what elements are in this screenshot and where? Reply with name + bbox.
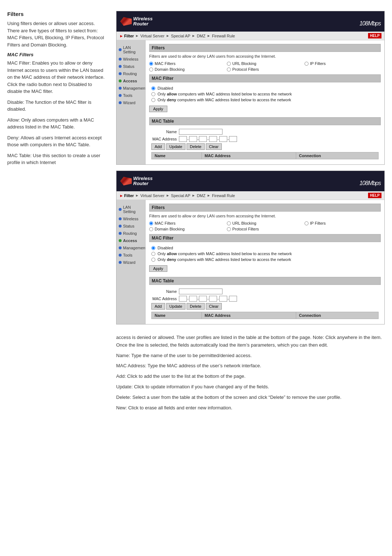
- bottom-text-1: access is denied or allowed. The user pr…: [116, 334, 385, 349]
- filter-domain-radio-b[interactable]: [149, 227, 153, 231]
- nav-item-virtual-server-bottom[interactable]: Virtual Server: [140, 193, 164, 198]
- apply-button-top[interactable]: Apply: [149, 106, 167, 112]
- mac-b-sep-1: -: [187, 297, 189, 301]
- sidebar-item-lan[interactable]: LAN Setting: [117, 44, 145, 56]
- sidebar-item-routing[interactable]: Routing: [117, 70, 145, 77]
- mac-data-table-top: Name MAC Address Connection: [151, 152, 379, 159]
- router-logo-text-bottom: Wireless Router: [133, 176, 152, 187]
- mac-seg-1[interactable]: [179, 136, 187, 142]
- mac-disabled-radio-b[interactable]: [151, 246, 155, 250]
- mac-allow-radio-b[interactable]: [151, 252, 155, 256]
- mac-seg-4[interactable]: [209, 136, 217, 142]
- mac-deny-radio[interactable]: [151, 98, 155, 102]
- mac-b-seg-6[interactable]: [229, 296, 237, 302]
- sidebar-item-tools-b[interactable]: Tools: [117, 252, 145, 259]
- nav-sep-b3: ►: [192, 193, 195, 197]
- update-button-top[interactable]: Update: [166, 143, 185, 150]
- sidebar-item-access-b[interactable]: Access: [117, 237, 145, 244]
- filter-domain-radio[interactable]: [149, 68, 153, 71]
- mac-seg-6[interactable]: [229, 136, 237, 142]
- sidebar-label-status: Status: [123, 64, 134, 69]
- bottom-text-2: Name: Type the name of the user to be pe…: [116, 352, 385, 360]
- nav-item-dmz[interactable]: DMZ: [197, 34, 205, 38]
- filter-protocol-radio-b[interactable]: [227, 227, 231, 231]
- mac-disabled-radio[interactable]: [151, 86, 155, 90]
- add-button-top[interactable]: Add: [151, 143, 165, 150]
- mac-seg-5[interactable]: [219, 136, 227, 142]
- filter-protocol-radio[interactable]: [227, 68, 231, 71]
- nav-item-special-ap[interactable]: Special AP: [171, 34, 190, 38]
- filter-domain-label-b: Domain Blocking: [155, 227, 185, 231]
- sidebar-label-lan: LAN Setting: [123, 45, 143, 54]
- mac-b-sep-5: -: [228, 297, 229, 301]
- filter-mac-b: MAC Filters: [149, 221, 225, 225]
- mac-b-seg-5[interactable]: [219, 296, 227, 302]
- clear-button-top[interactable]: Clear: [206, 143, 222, 150]
- mac-opt-allow: Only allow computers with MAC address li…: [151, 92, 379, 96]
- sidebar-label-wireless-b: Wireless: [123, 217, 138, 221]
- filter-url-radio[interactable]: [227, 62, 231, 66]
- nav-item-firewall-bottom[interactable]: Firewall Rule: [212, 193, 235, 198]
- filter-options-b: MAC Filters URL Blocking IP Filters: [149, 221, 381, 231]
- mac-b-seg-1[interactable]: [179, 296, 187, 302]
- nav-item-filter[interactable]: ► Filter: [119, 34, 134, 38]
- nav-item-special-ap-bottom[interactable]: Special AP: [171, 193, 190, 198]
- filter-url-radio-b[interactable]: [227, 221, 231, 225]
- sidebar-item-tools[interactable]: Tools: [117, 92, 145, 99]
- filter-ip-radio[interactable]: [305, 62, 309, 66]
- sidebar-label-wireless: Wireless: [123, 57, 138, 61]
- sidebar-label-routing-b: Routing: [123, 231, 137, 236]
- sidebar-item-management-b[interactable]: Management: [117, 244, 145, 252]
- apply-button-bottom[interactable]: Apply: [149, 265, 167, 272]
- router-box-top: Wireless Router 108Mbps ► Filter ► Virtu…: [116, 11, 385, 165]
- mac-seg-2[interactable]: [189, 136, 197, 142]
- add-button-bottom[interactable]: Add: [151, 303, 165, 310]
- filter-mac-radio[interactable]: [149, 62, 153, 66]
- mac-b-seg-3[interactable]: [199, 296, 207, 302]
- help-button-top[interactable]: HELP: [368, 33, 381, 38]
- help-button-bottom[interactable]: HELP: [368, 193, 381, 198]
- page-title: Filters: [7, 11, 105, 17]
- sidebar-item-wireless[interactable]: Wireless: [117, 56, 145, 63]
- sidebar-item-status[interactable]: Status: [117, 63, 145, 70]
- name-input-bottom[interactable]: [179, 289, 222, 294]
- filter-protocol: Protocol Filters: [227, 67, 303, 71]
- mac-b-seg-4[interactable]: [209, 296, 217, 302]
- sidebar-item-wireless-b[interactable]: Wireless: [117, 215, 145, 222]
- mac-disabled-label: Disabled: [158, 86, 173, 90]
- filter-ip-radio-b[interactable]: [305, 221, 309, 225]
- router-logo-img: [120, 17, 132, 26]
- filter-mac-radio-b[interactable]: [149, 221, 153, 225]
- sidebar-item-management[interactable]: Management: [117, 85, 145, 92]
- content-area-bottom: LAN Setting Wireless Status Routing: [117, 200, 384, 324]
- clear-button-bottom[interactable]: Clear: [206, 303, 222, 310]
- bottom-text-7: New: Click to erase all fields and enter…: [116, 404, 385, 412]
- sidebar-item-status-b[interactable]: Status: [117, 222, 145, 230]
- mac-b-seg-2[interactable]: [189, 296, 197, 302]
- mac-deny-radio-b[interactable]: [151, 258, 155, 262]
- mac-allow-label-b: Only allow computers with MAC address li…: [158, 252, 292, 256]
- router-logo-bottom: Wireless Router: [120, 176, 152, 187]
- name-input-top[interactable]: [179, 129, 222, 135]
- delete-button-top[interactable]: Delete: [187, 143, 205, 150]
- name-label-top: Name: [151, 130, 177, 134]
- sidebar-item-wizard[interactable]: Wizard: [117, 99, 145, 106]
- mac-allow-radio[interactable]: [151, 92, 155, 96]
- delete-button-bottom[interactable]: Delete: [187, 303, 205, 310]
- nav-item-virtual-server[interactable]: Virtual Server: [140, 34, 164, 38]
- mac-opt-deny: Only deny computers with MAC address lis…: [151, 98, 379, 102]
- sidebar-label-wizard: Wizard: [123, 101, 135, 105]
- mac-seg-3[interactable]: [199, 136, 207, 142]
- sidebar-item-routing-b[interactable]: Routing: [117, 230, 145, 237]
- filters-section-title-b: Filters: [149, 204, 381, 212]
- update-button-bottom[interactable]: Update: [166, 303, 185, 310]
- nav-item-firewall[interactable]: Firewall Rule: [212, 34, 235, 38]
- nav-sep-b2: ►: [166, 193, 170, 197]
- router-box-bottom: Wireless Router 108Mbps ► Filter ► Virtu…: [116, 171, 385, 324]
- filter-mac-label: MAC Filters: [155, 61, 175, 66]
- nav-item-filter-bottom[interactable]: ► Filter: [119, 193, 134, 198]
- sidebar-item-access[interactable]: Access: [117, 77, 145, 85]
- sidebar-item-lan-b[interactable]: LAN Setting: [117, 204, 145, 215]
- nav-item-dmz-bottom[interactable]: DMZ: [197, 193, 205, 198]
- sidebar-item-wizard-b[interactable]: Wizard: [117, 259, 145, 266]
